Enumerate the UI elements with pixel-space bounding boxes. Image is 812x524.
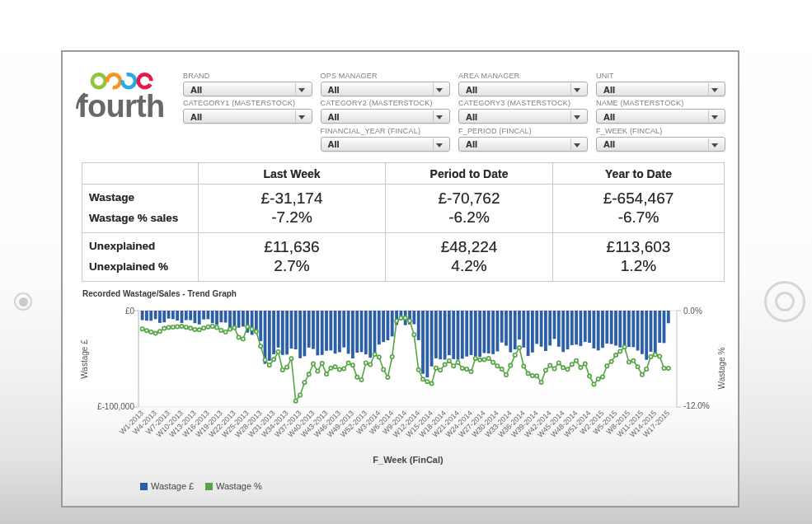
svg-text:Recorded Wastage/Sales - Trend: Recorded Wastage/Sales - Trend Graph: [82, 289, 237, 298]
svg-text:Wastage %: Wastage %: [717, 348, 726, 390]
svg-text:0.0%: 0.0%: [683, 306, 702, 316]
svg-text:-12.0%: -12.0%: [683, 401, 710, 410]
svg-text:£-100,000: £-100,000: [97, 402, 134, 411]
svg-text:Wastage £: Wastage £: [151, 481, 194, 491]
svg-text:F_Week (FinCal): F_Week (FinCal): [373, 455, 444, 465]
svg-text:Wastage £: Wastage £: [80, 339, 89, 379]
svg-text:Wastage %: Wastage %: [216, 481, 262, 491]
svg-text:£0: £0: [125, 306, 135, 316]
